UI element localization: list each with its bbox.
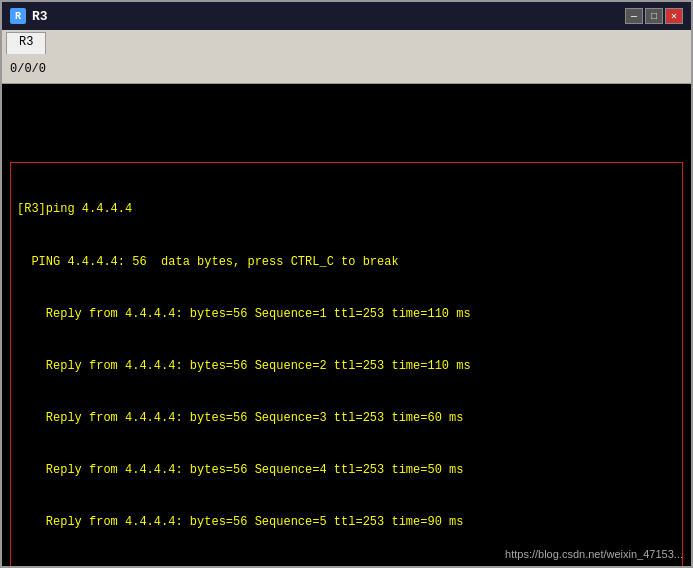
window-controls: — □ ✕	[625, 8, 683, 24]
app-icon: R	[10, 8, 26, 24]
watermark: https://blog.csdn.net/weixin_47153...	[505, 548, 683, 560]
ping1-reply-1: Reply from 4.4.4.4: bytes=56 Sequence=1 …	[17, 306, 676, 323]
tab-r3[interactable]: R3	[6, 32, 46, 54]
close-button[interactable]: ✕	[665, 8, 683, 24]
maximize-button[interactable]: □	[645, 8, 663, 24]
ping1-header: PING 4.4.4.4: 56 data bytes, press CTRL_…	[17, 254, 676, 271]
title-bar: R R3 — □ ✕	[2, 2, 691, 30]
ping-block-1: [R3]ping 4.4.4.4 PING 4.4.4.4: 56 data b…	[10, 162, 683, 566]
window-title: R3	[32, 9, 48, 24]
minimize-button[interactable]: —	[625, 8, 643, 24]
title-bar-left: R R3	[10, 8, 48, 24]
ping1-reply-2: Reply from 4.4.4.4: bytes=56 Sequence=2 …	[17, 358, 676, 375]
ping1-reply-3: Reply from 4.4.4.4: bytes=56 Sequence=3 …	[17, 410, 676, 427]
terminal-content: [R3]ping 4.4.4.4 PING 4.4.4.4: 56 data b…	[2, 84, 691, 566]
ping1-reply-4: Reply from 4.4.4.4: bytes=56 Sequence=4 …	[17, 462, 676, 479]
terminal-area[interactable]: [R3]ping 4.4.4.4 PING 4.4.4.4: 56 data b…	[2, 84, 691, 566]
breadcrumb: 0/0/0	[6, 60, 50, 78]
tab-bar: R3	[2, 30, 691, 54]
ping1-reply-5: Reply from 4.4.4.4: bytes=56 Sequence=5 …	[17, 514, 676, 531]
prompt-1: [R3]ping 4.4.4.4	[17, 201, 676, 218]
main-window: R R3 — □ ✕ R3 0/0/0 [R3]ping 4.4.4.4 PIN…	[0, 0, 693, 568]
toolbar: 0/0/0	[2, 54, 691, 84]
